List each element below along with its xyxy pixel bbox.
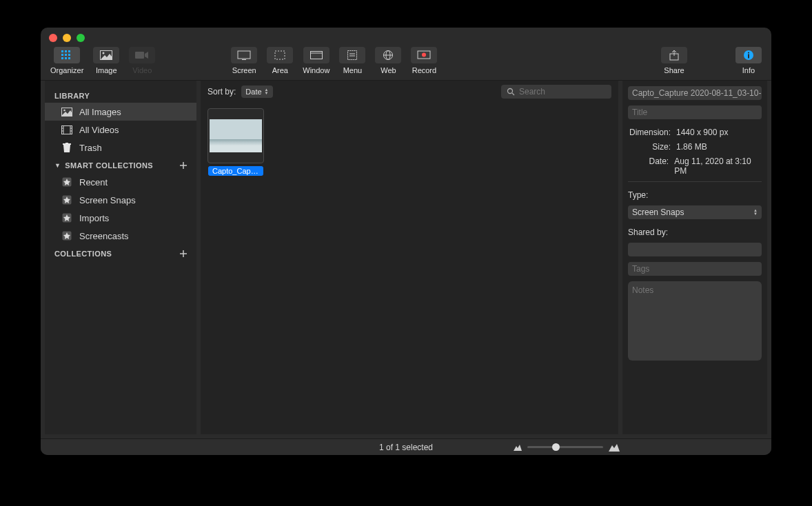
video-label: Video [132, 66, 152, 74]
inspector-title-input[interactable] [632, 108, 758, 117]
svg-rect-13 [242, 59, 246, 60]
svg-rect-8 [68, 57, 70, 59]
toolbar: Organizer Image Video Screen [41, 43, 771, 81]
record-button[interactable]: Record [408, 47, 440, 74]
sidebar-item-trash[interactable]: Trash [45, 139, 196, 156]
sidebar-item-label: Screencasts [79, 231, 129, 241]
image-icon [100, 50, 112, 60]
smart-icon [61, 230, 72, 241]
select-arrows-icon: ▲▼ [265, 88, 269, 95]
add-smart-collection-button[interactable] [179, 161, 188, 170]
grid-icon [61, 50, 72, 60]
mode-group: Organizer Image Video [48, 47, 158, 74]
notes-field[interactable] [628, 281, 762, 361]
thumbnail-image [210, 119, 262, 152]
record-icon [417, 50, 431, 60]
smart-icon [61, 176, 72, 188]
app-window: Organizer Image Video Screen [41, 28, 771, 455]
library-header-label: LIBRARY [54, 92, 90, 100]
zoom-slider-knob[interactable] [552, 443, 560, 451]
menu-capture-label: Menu [343, 66, 363, 74]
thumbnail-grid[interactable]: Capto_Captur [201, 103, 618, 434]
screen-button[interactable]: Screen [228, 47, 260, 74]
sidebar-item-all-images[interactable]: All Images [45, 103, 196, 121]
svg-rect-12 [238, 51, 250, 59]
svg-rect-28 [748, 54, 749, 59]
sidebar-item-label: Screen Snaps [79, 195, 136, 205]
window-capture-button[interactable]: Window [300, 47, 332, 74]
sort-by-select[interactable]: Date ▲▼ [241, 85, 272, 98]
sidebar-item-all-videos[interactable]: All Videos [45, 121, 196, 139]
svg-point-30 [63, 109, 65, 111]
sidebar-item-label: Trash [79, 143, 102, 153]
notes-input[interactable] [632, 285, 758, 356]
search-box[interactable] [501, 85, 611, 99]
record-label: Record [412, 66, 436, 74]
tags-input[interactable] [632, 264, 758, 274]
maximize-button[interactable] [77, 34, 85, 42]
type-value: Screen Snaps [632, 208, 684, 217]
size-value: 1.86 MB [676, 142, 707, 152]
type-select[interactable]: Screen Snaps ▲▼ [628, 205, 762, 219]
window-controls [49, 34, 85, 42]
menu-capture-button[interactable]: Menu [336, 47, 368, 74]
inspector-filename-field[interactable]: Capto_Capture 2020-08-11_03-10-10 [628, 86, 762, 100]
organizer-button[interactable]: Organizer [48, 47, 86, 74]
sidebar-item-label: All Videos [79, 125, 119, 135]
thumbnail-caption: Capto_Captur [208, 166, 263, 176]
svg-rect-1 [65, 50, 67, 52]
svg-rect-14 [275, 51, 285, 59]
date-key: Date: [628, 156, 669, 176]
minimize-button[interactable] [63, 34, 71, 42]
type-label: Type: [628, 188, 762, 200]
dimension-value: 1440 x 900 px [676, 128, 728, 137]
shared-by-label: Shared by: [628, 225, 762, 237]
sidebar: LIBRARY All Images All Videos Trash [45, 81, 196, 434]
library-header: LIBRARY [45, 88, 196, 103]
share-label: Share [664, 66, 684, 74]
svg-rect-15 [310, 52, 322, 59]
sidebar-item-imports[interactable]: Imports [45, 209, 196, 227]
zoom-out-icon[interactable] [514, 444, 522, 451]
disclosure-triangle-icon[interactable]: ▼ [54, 162, 61, 169]
shared-by-field[interactable] [628, 243, 762, 256]
zoom-in-icon[interactable] [609, 443, 620, 452]
svg-point-27 [748, 52, 749, 53]
sidebar-item-screen-snaps[interactable]: Screen Snaps [45, 191, 196, 209]
screen-label: Screen [232, 66, 256, 74]
sort-by-label: Sort by: [207, 87, 236, 97]
collections-header[interactable]: COLLECTIONS [45, 245, 196, 261]
zoom-control[interactable] [514, 443, 620, 452]
inspector-panel: Capto_Capture 2020-08-11_03-10-10 Dimens… [622, 81, 767, 434]
svg-point-44 [508, 89, 513, 94]
film-icon [61, 124, 72, 135]
sidebar-item-label: Recent [79, 177, 108, 188]
web-button[interactable]: Web [372, 47, 404, 74]
area-button[interactable]: Area [264, 47, 296, 74]
search-input[interactable] [519, 87, 606, 97]
screen-icon [237, 50, 251, 60]
sidebar-item-recent[interactable]: Recent [45, 173, 196, 191]
image-button[interactable]: Image [90, 47, 122, 74]
svg-rect-39 [65, 143, 68, 144]
main-content: Sort by: Date ▲▼ Capto_Captur [201, 81, 618, 434]
area-label: Area [272, 66, 288, 74]
share-button[interactable]: Share [658, 47, 690, 74]
info-button[interactable]: Info [733, 47, 764, 74]
smart-collections-header[interactable]: ▼ SMART COLLECTIONS [45, 156, 196, 173]
organizer-label: Organizer [50, 66, 83, 74]
add-collection-button[interactable] [179, 249, 188, 259]
zoom-slider[interactable] [527, 446, 603, 448]
collections-header-label: COLLECTIONS [54, 250, 112, 258]
thumbnail-frame [207, 108, 264, 163]
sidebar-item-screencasts[interactable]: Screencasts [45, 227, 196, 245]
inspector-title-field[interactable] [628, 105, 762, 119]
globe-icon [383, 50, 394, 61]
video-icon [135, 50, 149, 60]
thumbnail-item[interactable]: Capto_Captur [207, 108, 264, 176]
tags-field[interactable] [628, 262, 762, 276]
smart-icon [61, 194, 72, 205]
selection-status: 1 of 1 selected [379, 443, 433, 452]
svg-line-45 [512, 93, 514, 95]
close-button[interactable] [49, 34, 57, 42]
